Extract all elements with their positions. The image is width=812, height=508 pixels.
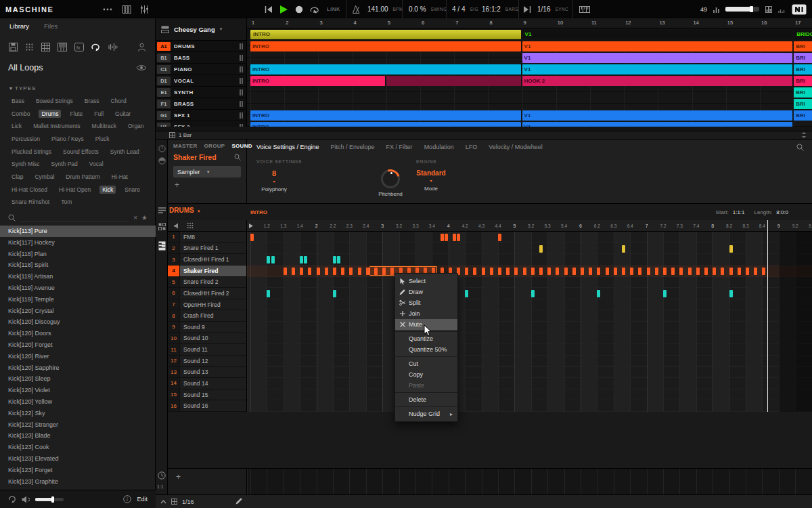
clock-icon[interactable] [158, 471, 166, 480]
clip[interactable]: INTRO [250, 122, 521, 127]
type-tag[interactable]: Synth Misc [9, 160, 43, 169]
note[interactable] [531, 290, 535, 297]
note[interactable] [638, 268, 641, 275]
menu-item-nudge-grid[interactable]: Nudge Grid▸ [395, 408, 457, 419]
note[interactable] [531, 268, 535, 275]
plugin-page-tab[interactable]: FX / Filter [386, 144, 413, 150]
menu-item-split[interactable]: Split [395, 297, 457, 308]
list-item[interactable]: Kick[120] Sleep [0, 373, 156, 385]
type-tag[interactable]: Sound Effects [60, 148, 102, 156]
note[interactable] [317, 268, 320, 275]
note[interactable] [333, 256, 336, 263]
note[interactable] [523, 268, 526, 275]
keyboard-view-icon[interactable] [158, 241, 166, 251]
sound-row[interactable]: 9 Sound 9 [168, 322, 246, 333]
effects-icon[interactable]: fx [74, 43, 84, 51]
note[interactable] [333, 268, 336, 275]
note[interactable] [762, 268, 765, 275]
note[interactable] [729, 245, 733, 253]
type-tag[interactable]: Piano / Keys [49, 135, 87, 144]
editor-ruler[interactable]: 1.21.31.422.22.32.433.23.33.444.24.34.45… [247, 220, 812, 232]
browser-tab[interactable]: Library [9, 22, 29, 30]
menu-item-copy[interactable]: Copy [395, 369, 457, 380]
note[interactable] [614, 268, 617, 275]
sound-row[interactable]: 1 FM8 [168, 232, 246, 243]
list-item[interactable]: Kick[120] River [0, 351, 156, 362]
note[interactable] [581, 268, 584, 275]
note[interactable] [358, 268, 361, 275]
note[interactable] [498, 268, 501, 275]
sound-row[interactable]: 15 Sound 15 [168, 389, 246, 401]
note[interactable] [300, 256, 303, 263]
list-item[interactable]: Kick[120] Crystal [0, 305, 156, 317]
list-item[interactable]: Kick[122] Sky [0, 408, 156, 419]
song-view-icon[interactable] [161, 26, 169, 33]
note[interactable] [341, 268, 344, 275]
subtype-tag[interactable]: Kick [99, 186, 116, 194]
browser-tab[interactable]: Files [44, 22, 58, 30]
link-button[interactable]: LINK [327, 0, 340, 18]
play-button[interactable] [280, 0, 288, 18]
note[interactable] [292, 268, 295, 275]
note[interactable] [325, 268, 328, 275]
editor-playhead[interactable] [767, 220, 768, 412]
note[interactable] [597, 290, 600, 297]
record-button[interactable] [295, 0, 303, 18]
list-item[interactable]: Kick[119] Artisan [0, 271, 156, 282]
note[interactable] [696, 268, 700, 275]
clip[interactable]: BRI [794, 87, 812, 98]
note[interactable] [333, 290, 336, 297]
projects-icon[interactable] [9, 43, 18, 51]
loop-button[interactable] [309, 0, 320, 18]
clip[interactable]: V1 [522, 41, 793, 51]
group-row[interactable]: E1 SYNTH [156, 87, 246, 98]
menu-item-paste[interactable]: Paste [395, 380, 457, 391]
sound-row[interactable]: 13 Sound 13 [168, 367, 246, 379]
type-tag[interactable]: Mallet Instruments [30, 122, 83, 131]
search-input[interactable] [20, 213, 129, 222]
eye-icon[interactable] [136, 64, 147, 71]
sound-row[interactable]: 4 Shaker Fired [168, 266, 246, 277]
note[interactable] [622, 268, 625, 275]
sound-row[interactable]: 3 ClosedHH Fired 1 [168, 254, 246, 266]
signature-display[interactable]: 4 / 4 SIG [452, 0, 478, 18]
clip[interactable]: HOOK 2 [522, 76, 793, 86]
group-row[interactable]: G1 SFX 1 [156, 110, 246, 121]
pad-view-icon[interactable] [187, 222, 194, 229]
subtype-tag[interactable]: Tom [58, 198, 74, 207]
note[interactable] [606, 268, 609, 275]
position-display[interactable]: 16:1:2 BARS [482, 0, 518, 18]
list-item[interactable]: Kick[120] Forget [0, 339, 156, 351]
plugin-page-tab[interactable]: LFO [466, 144, 478, 150]
note[interactable] [482, 268, 485, 275]
subtype-tag[interactable]: Cymbal [32, 173, 57, 182]
type-tag[interactable]: Chord [108, 97, 129, 106]
note[interactable] [663, 268, 667, 275]
polyphony-param[interactable]: 8 ▾ Polyphony [250, 169, 298, 192]
list-item[interactable]: Kick[122] Stranger [0, 419, 156, 431]
clip[interactable]: INTRO [250, 110, 521, 121]
note[interactable] [597, 268, 600, 275]
sound-row[interactable]: 14 Sound 14 [168, 378, 246, 389]
step-mode-icon[interactable] [158, 223, 166, 230]
count-in-icon[interactable] [524, 0, 531, 18]
editor-group-selector[interactable]: DRUMS [169, 207, 194, 214]
note[interactable] [514, 268, 518, 275]
arranger-ruler[interactable]: 1234567891011121314151617 [247, 18, 812, 28]
type-tag[interactable]: Lick [9, 122, 24, 131]
note[interactable] [267, 290, 270, 297]
group-row[interactable]: A1 DRUMS [156, 41, 246, 52]
zoom-fit-icon[interactable]: 1:1 [157, 484, 164, 489]
length-value[interactable]: 8:0:0 [776, 209, 788, 215]
note[interactable] [729, 290, 733, 297]
pitchbend-knob[interactable] [381, 169, 400, 188]
note[interactable] [300, 268, 303, 275]
prehear-volume-slider[interactable] [35, 498, 64, 501]
group-row[interactable]: H1 SFX 2 [156, 121, 246, 127]
sound-row[interactable]: 5 Snare Fired 2 [168, 277, 246, 289]
type-tag[interactable]: Vocal [87, 160, 106, 169]
step-grid-value[interactable]: 1/16 [182, 499, 194, 505]
mute-speaker-icon[interactable] [174, 223, 181, 229]
note[interactable] [663, 290, 667, 297]
sound-row[interactable]: 16 Sound 16 [168, 400, 246, 412]
